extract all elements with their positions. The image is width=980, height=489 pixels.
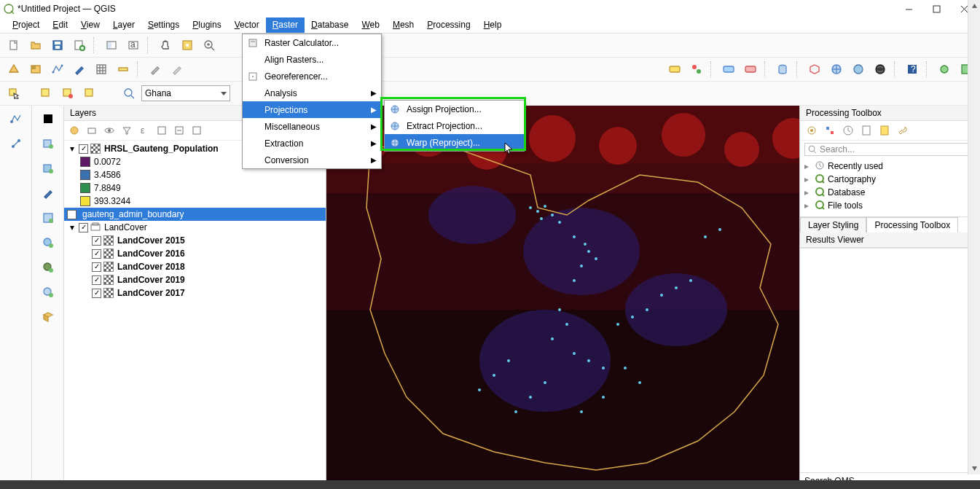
- layer-row[interactable]: ✓LandCover 2017: [64, 286, 326, 300]
- edit-layer-button[interactable]: [146, 60, 165, 79]
- submenu-item[interactable]: Extract Projection...: [385, 117, 524, 134]
- layer-row[interactable]: ✓gauteng_admin_boundary: [64, 208, 326, 221]
- add-layer-1-button[interactable]: [38, 133, 58, 154]
- map-layer-button[interactable]: [38, 208, 58, 228]
- open-project-button[interactable]: [26, 36, 45, 55]
- expand-toggle[interactable]: ▾: [67, 144, 77, 154]
- layer-style-button[interactable]: [67, 123, 82, 138]
- globe-add-2-button[interactable]: [38, 282, 58, 302]
- processing-gear-icon[interactable]: [804, 123, 819, 138]
- hexagon-button[interactable]: [805, 60, 824, 79]
- menu-help[interactable]: Help: [477, 17, 509, 33]
- globe-1-button[interactable]: [827, 60, 846, 79]
- layer-checkbox[interactable]: ✓: [92, 275, 101, 285]
- label-abc-2-button[interactable]: [719, 60, 738, 79]
- menu-layer[interactable]: Layer: [106, 17, 141, 33]
- pan-to-selection-button[interactable]: [178, 36, 197, 55]
- menu-project[interactable]: Project: [6, 17, 46, 33]
- expand-toggle[interactable]: ▾: [67, 222, 77, 232]
- projections-submenu[interactable]: Assign Projection...Extract Projection..…: [384, 100, 525, 152]
- layer-checkbox[interactable]: ✓: [79, 223, 88, 232]
- layer-row[interactable]: 7.8849: [64, 181, 326, 195]
- menu-vector[interactable]: Vector: [228, 17, 266, 33]
- menu-item[interactable]: Raster Calculator...: [243, 34, 381, 51]
- processing-tree[interactable]: ▸Recently used▸Cartography▸Database▸File…: [800, 158, 980, 214]
- processing-tree-item[interactable]: ▸File tools: [804, 199, 976, 212]
- menu-processing[interactable]: Processing: [420, 17, 477, 33]
- menu-mesh[interactable]: Mesh: [386, 17, 420, 33]
- processing-results-icon[interactable]: [859, 123, 874, 138]
- expand-icon[interactable]: ▸: [804, 161, 812, 171]
- vertical-scrollbar[interactable]: [968, 0, 980, 474]
- panel-tab[interactable]: Layer Styling: [800, 217, 866, 232]
- earth-add-button[interactable]: [38, 257, 58, 278]
- layer-row[interactable]: ✓LandCover 2015: [64, 234, 326, 247]
- scroll-down-button[interactable]: [968, 462, 980, 474]
- pan-button[interactable]: [156, 36, 175, 55]
- select-features-button[interactable]: [4, 84, 23, 103]
- layout-manager-button[interactable]: [102, 36, 121, 55]
- location-combo[interactable]: Ghana: [141, 85, 230, 101]
- save-project-button[interactable]: [48, 36, 67, 55]
- cube-button[interactable]: [38, 307, 58, 327]
- submenu-item[interactable]: Warp (Reproject)...: [385, 134, 524, 151]
- expand-all-button[interactable]: [154, 123, 169, 138]
- help-button[interactable]: ?: [903, 60, 922, 79]
- database-button[interactable]: [773, 60, 792, 79]
- label-abc-3-button[interactable]: [741, 60, 760, 79]
- processing-tree-item[interactable]: ▸Recently used: [804, 160, 976, 173]
- map-canvas[interactable]: [326, 106, 799, 489]
- layer-row[interactable]: ✓LandCover 2016: [64, 247, 326, 260]
- expand-icon[interactable]: ▸: [804, 200, 812, 211]
- layer-row[interactable]: ✓LandCover 2019: [64, 273, 326, 286]
- expression-button[interactable]: ε: [137, 123, 152, 138]
- layer-checkbox[interactable]: ✓: [92, 236, 101, 246]
- processing-search[interactable]: Search...: [804, 143, 976, 156]
- layer-row[interactable]: 3.4586: [64, 168, 326, 181]
- pen-button[interactable]: [70, 60, 89, 79]
- add-vector-layer-button[interactable]: [4, 60, 23, 79]
- scroll-up-button[interactable]: [968, 0, 980, 12]
- menu-item[interactable]: Miscellaneous▶: [243, 118, 381, 135]
- add-group-button[interactable]: [85, 123, 99, 138]
- new-print-layout-button[interactable]: [70, 36, 89, 55]
- zoom-in-button[interactable]: [200, 36, 219, 55]
- menu-settings[interactable]: Settings: [141, 17, 186, 33]
- layer-checkbox[interactable]: ✓: [92, 249, 101, 259]
- layer-checkbox[interactable]: ✓: [92, 262, 101, 272]
- grid-button[interactable]: [92, 60, 111, 79]
- layers-tree[interactable]: ▾✓HRSL_Gauteng_Population0.00723.45867.8…: [64, 141, 326, 489]
- expand-icon[interactable]: ▸: [804, 174, 812, 184]
- deselect-button[interactable]: [36, 84, 55, 103]
- processing-history-icon[interactable]: [841, 123, 855, 138]
- layer-checkbox[interactable]: ✓: [92, 289, 101, 298]
- layer-raster-button[interactable]: [38, 109, 58, 129]
- maximize-button[interactable]: [929, 1, 944, 16]
- layer-row[interactable]: 393.3244: [64, 195, 326, 208]
- select-by-expression-button[interactable]: [80, 84, 99, 103]
- globe-add-button[interactable]: [38, 232, 58, 253]
- globe-2-button[interactable]: [849, 60, 868, 79]
- pen-tool-button[interactable]: [38, 183, 58, 203]
- collapse-all-button[interactable]: [172, 123, 187, 138]
- node-tool-button[interactable]: [6, 133, 26, 154]
- processing-script-icon[interactable]: [877, 123, 892, 138]
- panel-tab[interactable]: Processing Toolbox: [866, 217, 958, 232]
- filter-button[interactable]: [119, 123, 134, 138]
- menu-item[interactable]: Align Rasters...: [243, 51, 381, 68]
- plugin-1-button[interactable]: [935, 60, 954, 79]
- processing-tree-item[interactable]: ▸Cartography: [804, 173, 976, 186]
- menu-raster[interactable]: Raster: [266, 17, 305, 33]
- toggle-editing-button[interactable]: [168, 60, 187, 79]
- menu-item[interactable]: Projections▶: [243, 101, 381, 118]
- vector-layer-button[interactable]: [687, 60, 706, 79]
- menu-database[interactable]: Database: [305, 17, 355, 33]
- add-layer-2-button[interactable]: [38, 158, 58, 179]
- remove-layer-button[interactable]: [189, 123, 204, 138]
- raster-menu[interactable]: Raster Calculator...Align Rasters...Geor…: [242, 34, 382, 169]
- vector-toolbar-button[interactable]: [48, 60, 67, 79]
- menu-item[interactable]: Georeferencer...: [243, 68, 381, 85]
- minimize-button[interactable]: [901, 1, 916, 16]
- eye-button[interactable]: [102, 123, 117, 138]
- add-raster-layer-button[interactable]: [26, 60, 45, 79]
